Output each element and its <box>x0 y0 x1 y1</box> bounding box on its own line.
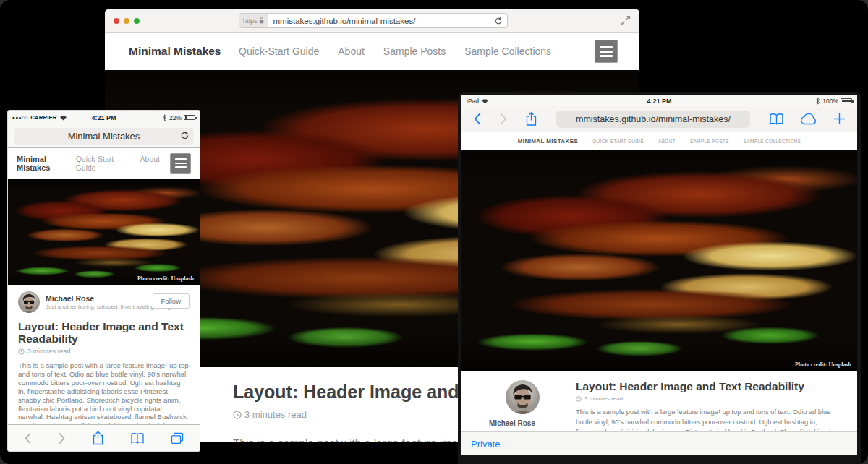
chevron-right-icon <box>499 112 508 126</box>
https-badge: https <box>239 14 268 27</box>
back-button[interactable] <box>473 112 482 126</box>
share-button[interactable] <box>525 111 537 126</box>
chevron-left-icon <box>473 112 482 126</box>
nav-link-sample-posts[interactable]: Sample Posts <box>690 139 729 144</box>
share-icon <box>92 431 104 445</box>
chevron-right-icon <box>58 432 66 444</box>
desktop-browser-chrome: https mmistakes.github.io/minimal-mistak… <box>105 9 639 33</box>
read-time: 3 minutes read <box>27 348 71 355</box>
nav-link-about[interactable]: About <box>338 46 365 57</box>
photo-credit-label: Photo credit: Unsplash <box>792 361 854 369</box>
zoom-window-button[interactable] <box>134 18 140 24</box>
book-icon <box>769 113 784 126</box>
refresh-button[interactable] <box>490 17 507 25</box>
read-time: 3 minutes read <box>584 395 623 402</box>
nav-link-about[interactable]: About <box>658 139 676 144</box>
site-brand-link[interactable]: Minimal Mistakes <box>17 155 76 172</box>
icloud-tabs-button[interactable] <box>800 113 817 125</box>
article-meta: 3 minutes read <box>576 395 838 402</box>
nav-link-quick-start[interactable]: Quick-Start Guide <box>239 46 319 57</box>
ipad-mockup: iPad 4:21 PM 100% mmistakes.github.io/mi… <box>458 92 861 464</box>
iphone-address-bar[interactable]: Minimal Mistakes <box>14 128 194 145</box>
site-brand-link[interactable]: Minimal Mistakes <box>518 138 578 145</box>
read-time: 3 minutes read <box>244 409 307 420</box>
article-title: Layout: Header Image and Text Readabilit… <box>18 320 190 345</box>
author-avatar <box>506 380 540 414</box>
share-button[interactable] <box>92 431 104 445</box>
iphone-status-bar: ●●●○○ CARRIER 4:21 PM 22% <box>8 111 200 124</box>
clock-icon <box>576 396 582 402</box>
iphone-url-row: Minimal Mistakes <box>8 124 200 148</box>
private-label: Private <box>471 439 500 450</box>
ipad-status-bar: iPad 4:21 PM 100% <box>461 95 857 106</box>
iphone-bottom-toolbar <box>8 424 200 451</box>
forward-button[interactable] <box>58 432 66 444</box>
clock-icon <box>18 348 25 355</box>
address-bar[interactable]: https mmistakes.github.io/minimal-mistak… <box>239 13 508 28</box>
bookmarks-button[interactable] <box>769 113 784 126</box>
menu-toggle-button[interactable] <box>170 153 191 174</box>
url-text: mmistakes.github.io/minimal-mistakes/ <box>576 114 731 124</box>
private-browsing-bar[interactable]: Private <box>461 431 857 455</box>
refresh-button[interactable] <box>180 131 190 140</box>
refresh-icon <box>494 17 503 25</box>
battery-icon <box>841 98 852 103</box>
nav-link-sample-collections[interactable]: Sample Collections <box>744 139 801 144</box>
page-title-label: Minimal Mistakes <box>68 131 140 142</box>
iphone-mockup: ●●●○○ CARRIER 4:21 PM 22% Minimal Mistak… <box>7 110 200 452</box>
battery-icon <box>184 115 195 120</box>
composite-canvas: https mmistakes.github.io/minimal-mistak… <box>0 0 868 464</box>
ipad-address-bar[interactable]: mmistakes.github.io/minimal-mistakes/ <box>556 111 750 128</box>
header-feature-image: Photo credit: Unsplash <box>8 179 200 285</box>
ipad-browser-toolbar: mmistakes.github.io/minimal-mistakes/ <box>461 106 857 132</box>
author-avatar <box>18 291 40 313</box>
refresh-icon <box>180 131 190 140</box>
iphone-site-nav: Minimal Mistakes Quick-Start Guide About <box>8 148 200 179</box>
nav-link-sample-posts[interactable]: Sample Posts <box>383 46 446 57</box>
bookmarks-button[interactable] <box>130 432 145 444</box>
site-brand-link[interactable]: Minimal Mistakes <box>129 45 221 58</box>
nav-link-sample-collections[interactable]: Sample Collections <box>464 46 551 57</box>
tabs-button[interactable] <box>171 432 184 444</box>
status-time: 4:21 PM <box>8 114 200 121</box>
menu-toggle-button[interactable] <box>595 40 618 63</box>
close-window-button[interactable] <box>114 18 119 24</box>
article-meta: 3 minutes read <box>18 348 190 355</box>
follow-button[interactable]: Follow <box>153 293 190 309</box>
forward-button[interactable] <box>499 112 508 126</box>
expand-arrows-icon <box>620 15 631 26</box>
minimize-window-button[interactable] <box>124 18 129 24</box>
photo-credit-label: Photo credit: Unsplash <box>135 275 197 283</box>
ipad-screen: iPad 4:21 PM 100% mmistakes.github.io/mi… <box>461 95 857 455</box>
nav-link-quick-start[interactable]: Quick-Start Guide <box>592 139 644 144</box>
ipad-site-nav: Minimal Mistakes Quick-Start Guide About… <box>461 132 857 150</box>
desktop-site-nav: Minimal Mistakes Quick-Start Guide About… <box>105 33 639 70</box>
clock-icon <box>233 411 242 419</box>
author-name: Michael Rose <box>489 419 556 427</box>
lock-icon <box>259 17 264 24</box>
back-button[interactable] <box>24 432 32 444</box>
nav-link-quick-start[interactable]: Quick-Start Guide <box>76 155 127 172</box>
fullscreen-button[interactable] <box>620 15 631 26</box>
book-icon <box>130 432 145 444</box>
share-icon <box>525 111 537 126</box>
url-text: mmistakes.github.io/minimal-mistakes/ <box>268 17 490 25</box>
header-feature-image: Photo credit: Unsplash <box>461 150 857 371</box>
new-tab-button[interactable] <box>833 113 846 125</box>
plus-icon <box>833 113 846 125</box>
tabs-icon <box>171 432 184 444</box>
follow-label: Follow <box>161 297 181 305</box>
status-time: 4:21 PM <box>461 98 857 105</box>
cloud-icon <box>800 113 817 125</box>
article-title: Layout: Header Image and Text Readabilit… <box>576 380 838 393</box>
https-label: https <box>243 17 258 25</box>
chevron-left-icon <box>24 432 32 444</box>
nav-link-about[interactable]: About <box>140 155 160 172</box>
